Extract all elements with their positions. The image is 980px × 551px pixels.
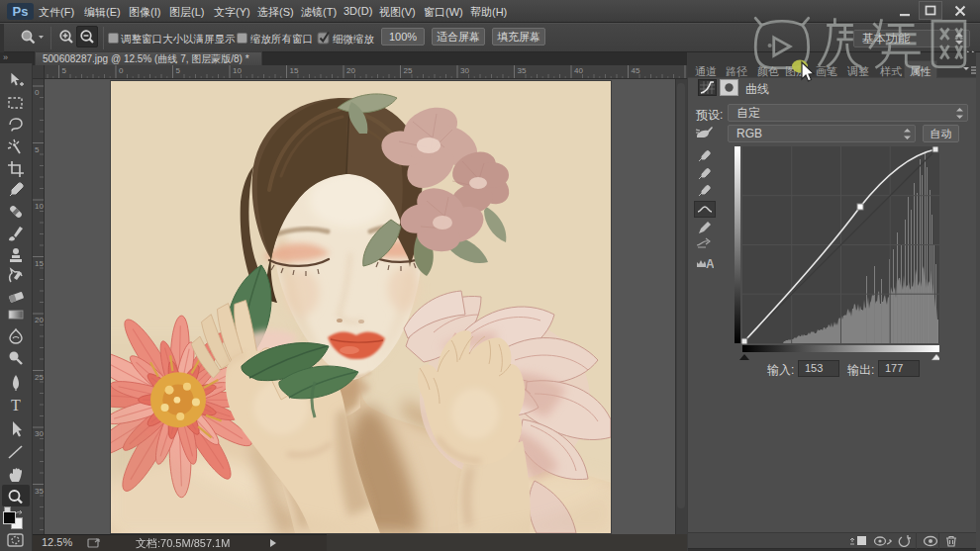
svg-text:25: 25 [404, 66, 413, 75]
svg-text:0: 0 [119, 66, 124, 75]
svg-text:10: 10 [35, 202, 44, 211]
svg-text:5: 5 [35, 145, 40, 154]
svg-text:5: 5 [62, 66, 67, 75]
svg-text:T: T [11, 397, 21, 413]
svg-text:25: 25 [35, 373, 44, 382]
svg-text:20: 20 [346, 66, 355, 75]
svg-text:5: 5 [176, 66, 181, 75]
svg-text:0: 0 [35, 88, 40, 97]
svg-text:20: 20 [35, 316, 44, 324]
svg-text:35: 35 [518, 66, 527, 75]
svg-text:40: 40 [574, 66, 583, 75]
svg-text:45: 45 [632, 66, 640, 75]
svg-text:A: A [706, 257, 714, 269]
svg-text:30: 30 [35, 429, 44, 438]
svg-text:10: 10 [233, 66, 242, 75]
svg-text:15: 15 [35, 259, 44, 268]
svg-text:35: 35 [35, 487, 44, 496]
svg-text:15: 15 [290, 66, 299, 75]
svg-text:30: 30 [460, 66, 469, 75]
